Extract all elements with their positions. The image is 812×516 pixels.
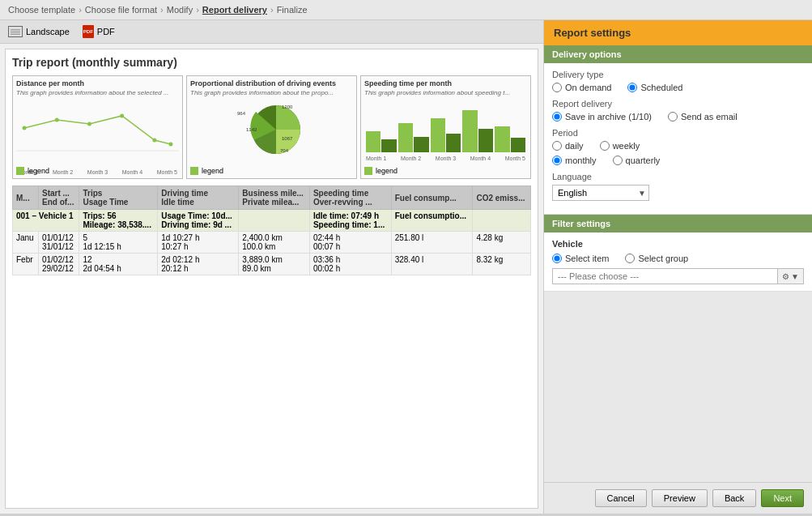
monthly-option[interactable]: monthly — [552, 156, 597, 165]
scheduled-radio[interactable] — [627, 83, 637, 92]
left-panel: Landscape PDF PDF Trip report (monthly s… — [0, 20, 544, 514]
svg-text:1142: 1142 — [246, 127, 257, 132]
weekly-option[interactable]: weekly — [600, 141, 640, 151]
landscape-icon — [8, 26, 23, 37]
preview-button[interactable]: Preview — [652, 489, 708, 507]
select-item-label: Select item — [565, 254, 609, 263]
cancel-button[interactable]: Cancel — [595, 489, 647, 507]
delivery-type-label: Delivery type — [552, 70, 804, 79]
col-fuel: Fuel consump... — [391, 186, 473, 210]
select-group-option[interactable]: Select group — [625, 254, 688, 263]
pie-chart-legend-label: legend — [202, 167, 223, 175]
cell-month-feb: Febr — [13, 254, 39, 275]
pie-chart-title: Proportional distribution of driving eve… — [190, 79, 353, 87]
col-start-end: Start ...End of... — [38, 186, 79, 210]
on-demand-label: On demand — [565, 83, 611, 92]
please-choose-input[interactable] — [553, 269, 777, 284]
group-id: 001 – Vehicle 1 — [13, 210, 79, 232]
report-delivery-radio-row: Save in archive (1/10) Send as email — [552, 112, 804, 122]
delivery-options-title: Delivery options — [552, 49, 804, 59]
line-chart-visual — [16, 100, 179, 156]
breadcrumb-report-delivery[interactable]: Report delivery — [202, 5, 267, 15]
daily-option[interactable]: daily — [552, 141, 584, 151]
next-button[interactable]: Next — [761, 489, 804, 507]
select-group-radio[interactable] — [625, 254, 635, 263]
cell-fuel-jan: 251.80 l — [391, 232, 473, 254]
col-co2: CO2 emiss... — [473, 186, 531, 210]
delivery-options-header: Delivery options — [544, 45, 812, 63]
speeding-chart-title: Speeding time per month — [364, 79, 527, 87]
col-speeding: Speeding timeOver-revving ... — [309, 186, 391, 210]
weekly-radio[interactable] — [600, 141, 610, 151]
back-button[interactable]: Back — [712, 489, 756, 507]
daily-label: daily — [565, 141, 584, 151]
monthly-label: monthly — [565, 156, 597, 165]
on-demand-radio[interactable] — [552, 83, 562, 92]
pdf-option[interactable]: PDF PDF — [83, 25, 115, 38]
table-group-row: 001 – Vehicle 1 Trips: 56 Mileage: 38,53… — [13, 210, 531, 232]
pie-chart: Proportional distribution of driving eve… — [186, 75, 357, 179]
report-title: Trip report (monthly summary) — [12, 56, 531, 69]
distance-chart-subtitle: This graph provides information about th… — [16, 89, 179, 96]
monthly-radio[interactable] — [552, 156, 562, 165]
cell-co2-feb: 8.32 kg — [473, 254, 531, 275]
bar-chart-months: Month 1 Month 2 Month 3 Month 4 Month 5 — [364, 156, 527, 161]
spacer — [544, 292, 812, 482]
language-select[interactable]: English German French Spanish — [552, 185, 649, 201]
cell-fuel-feb: 328.40 l — [391, 254, 473, 275]
cell-co2-jan: 4.28 kg — [473, 232, 531, 254]
select-item-radio[interactable] — [552, 254, 562, 263]
cell-dates-jan: 01/01/12 31/01/12 — [38, 232, 79, 254]
save-archive-radio[interactable] — [552, 112, 562, 122]
group-usage: Usage Time: 10d... Driving time: 9d ... — [158, 210, 239, 232]
scheduled-option[interactable]: Scheduled — [627, 83, 682, 92]
please-choose-wrap[interactable]: ⚙ ▼ — [552, 268, 804, 284]
daily-radio[interactable] — [552, 141, 562, 151]
send-email-radio[interactable] — [668, 112, 678, 122]
cell-trips-jan: 5 1d 12:15 h — [79, 232, 158, 254]
right-panel-header: Report settings — [544, 20, 812, 45]
quarterly-radio[interactable] — [613, 156, 623, 165]
distance-chart: Distance per month This graph provides i… — [12, 75, 183, 179]
data-table: M... Start ...End of... TripsUsage Time … — [12, 186, 531, 275]
bar-1b — [381, 139, 396, 152]
on-demand-option[interactable]: On demand — [552, 83, 611, 92]
cell-month-jan: Janu — [13, 232, 39, 254]
select-group-label: Select group — [638, 254, 688, 263]
period-radio-row-1: daily weekly — [552, 141, 804, 151]
breadcrumb-choose-format[interactable]: Choose file format — [85, 5, 157, 15]
speeding-chart-subtitle: This graph provides information about sp… — [364, 89, 527, 96]
col-trips: TripsUsage Time — [79, 186, 158, 210]
distance-chart-title: Distance per month — [16, 79, 179, 87]
bar-2a — [398, 123, 413, 152]
table-row: Febr 01/02/12 29/02/12 12 2d 04:54 h 2d … — [13, 254, 531, 275]
vehicle-radio-row: Select item Select group — [552, 254, 804, 263]
select-item-option[interactable]: Select item — [552, 254, 609, 263]
cell-driving-feb: 2d 02:12 h 20:12 h — [158, 254, 239, 275]
bar-4b — [478, 129, 493, 152]
breadcrumb-choose-template[interactable]: Choose template — [8, 5, 75, 15]
svg-point-5 — [168, 143, 172, 147]
bar-chart-legend-label: legend — [376, 167, 397, 175]
bar-3b — [446, 134, 461, 152]
send-email-option[interactable]: Send as email — [668, 112, 738, 122]
svg-text:1200: 1200 — [282, 104, 293, 109]
col-driving: Driving timeIdle time — [158, 186, 239, 210]
breadcrumb-finalize[interactable]: Finalize — [277, 5, 308, 15]
report-delivery-label: Report delivery — [552, 99, 804, 109]
landscape-option[interactable]: Landscape — [8, 26, 70, 37]
breadcrumb: Choose template › Choose file format › M… — [0, 0, 812, 20]
save-archive-option[interactable]: Save in archive (1/10) — [552, 112, 652, 122]
quarterly-label: quarterly — [626, 156, 661, 165]
breadcrumb-modify[interactable]: Modify — [167, 5, 193, 15]
svg-text:704: 704 — [280, 148, 289, 153]
col-biz: Business mile...Private milea... — [239, 186, 310, 210]
quarterly-option[interactable]: quarterly — [613, 156, 661, 165]
gear-button[interactable]: ⚙ ▼ — [777, 269, 803, 284]
delivery-type-radio-row: On demand Scheduled — [552, 83, 804, 92]
cell-trips-feb: 12 2d 04:54 h — [79, 254, 158, 275]
svg-point-1 — [55, 117, 59, 122]
language-select-wrap[interactable]: English German French Spanish ▼ — [552, 185, 649, 201]
pie-chart-visual: 1200 1142 704 964 1067 — [190, 100, 353, 156]
bar-5a — [495, 126, 509, 153]
